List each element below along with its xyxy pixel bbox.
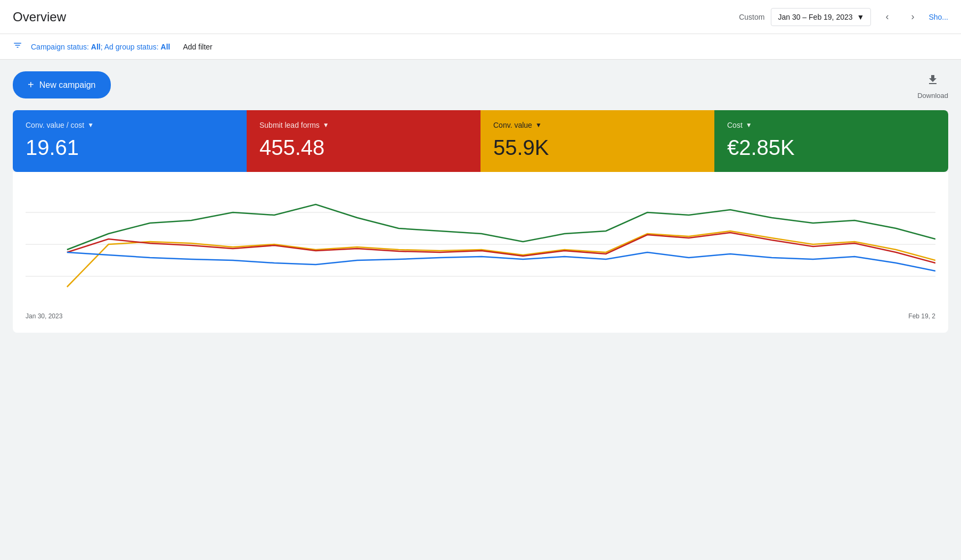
date-range-picker[interactable]: Jan 30 – Feb 19, 2023 ▼ [771, 8, 871, 26]
metric-value-submit-lead-forms: 455.48 [259, 136, 468, 159]
chart-dates: Jan 30, 2023 Feb 19, 2 [26, 312, 935, 320]
metric-dropdown-arrow-3: ▼ [535, 121, 542, 129]
metric-dropdown-arrow: ▼ [87, 121, 94, 129]
metric-dropdown-arrow-4: ▼ [746, 121, 752, 129]
plus-icon: + [28, 79, 34, 91]
new-campaign-label: New campaign [39, 80, 96, 90]
download-button[interactable]: Download [917, 70, 948, 100]
next-period-button[interactable]: › [903, 7, 922, 27]
date-range-text: Jan 30 – Feb 19, 2023 [778, 13, 852, 21]
metric-value-conv-value: 55.9K [493, 136, 702, 159]
prev-period-button[interactable]: ‹ [877, 7, 897, 27]
filter-bar: Campaign status: All; Ad group status: A… [0, 34, 961, 60]
filter-text: Campaign status: All; Ad group status: A… [31, 43, 170, 51]
metric-dropdown-arrow-2: ▼ [323, 121, 329, 129]
download-label: Download [917, 92, 948, 100]
metric-label-conv-value-cost: Conv. value / cost ▼ [26, 121, 234, 129]
metric-label-conv-value: Conv. value ▼ [493, 121, 702, 129]
metric-card-submit-lead-forms[interactable]: Submit lead forms ▼ 455.48 [247, 110, 480, 172]
chart-start-date: Jan 30, 2023 [26, 312, 62, 320]
download-icon [923, 70, 942, 89]
metric-card-conv-value-cost[interactable]: Conv. value / cost ▼ 19.61 [13, 110, 247, 172]
action-bar: + New campaign Download [13, 70, 948, 100]
metric-card-conv-value[interactable]: Conv. value ▼ 55.9K [480, 110, 714, 172]
content-area: + New campaign Download Conv. value / co… [0, 60, 961, 343]
metrics-row: Conv. value / cost ▼ 19.61 Submit lead f… [13, 110, 948, 172]
metric-card-cost[interactable]: Cost ▼ €2.85K [714, 110, 948, 172]
filter-icon[interactable] [13, 40, 22, 53]
show-link[interactable]: Sho... [929, 13, 948, 21]
custom-label: Custom [739, 13, 764, 21]
metric-value-cost: €2.85K [727, 136, 935, 159]
top-bar-right: Custom Jan 30 – Feb 19, 2023 ▼ ‹ › Sho..… [739, 7, 948, 27]
chart-end-date: Feb 19, 2 [908, 312, 935, 320]
metric-value-conv-value-cost: 19.61 [26, 136, 234, 159]
add-filter-button[interactable]: Add filter [183, 43, 212, 51]
metric-label-cost: Cost ▼ [727, 121, 935, 129]
top-bar: Overview Custom Jan 30 – Feb 19, 2023 ▼ … [0, 0, 961, 34]
chevron-down-icon: ▼ [857, 13, 865, 21]
new-campaign-button[interactable]: + New campaign [13, 71, 111, 98]
performance-chart [26, 180, 935, 308]
chart-container: Jan 30, 2023 Feb 19, 2 [13, 172, 948, 333]
page-title: Overview [13, 10, 66, 24]
metric-label-submit-lead-forms: Submit lead forms ▼ [259, 121, 468, 129]
